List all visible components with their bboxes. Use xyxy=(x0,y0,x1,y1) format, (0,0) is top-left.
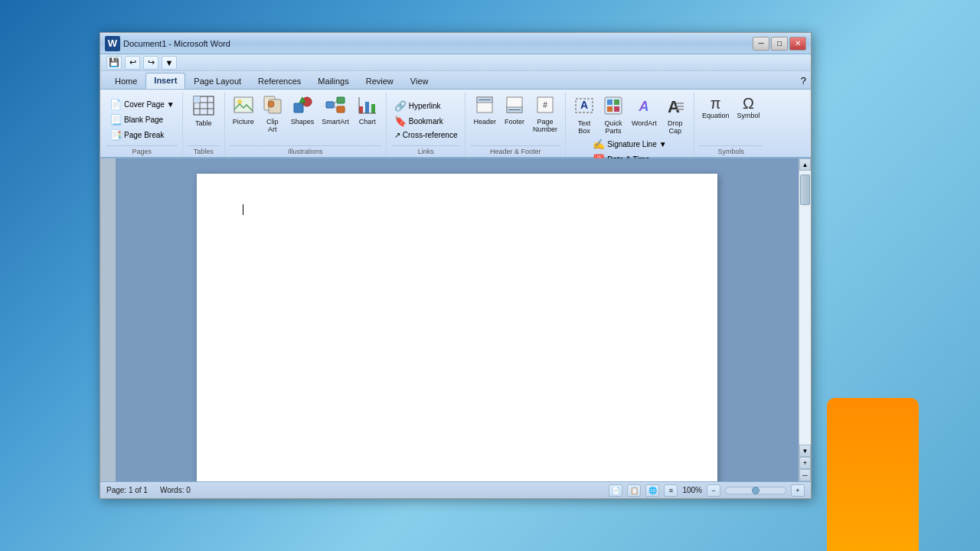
cross-reference-button[interactable]: ↗ Cross-reference xyxy=(391,129,461,141)
ribbon-group-tables: Table Tables xyxy=(183,93,225,157)
cover-page-arrow: ▼ xyxy=(167,100,175,109)
save-button[interactable]: 💾 xyxy=(106,56,122,70)
hyperlink-label: Hyperlink xyxy=(409,102,441,110)
customize-qa-button[interactable]: ▼ xyxy=(162,56,177,70)
tab-review[interactable]: Review xyxy=(358,73,402,89)
scroll-track[interactable] xyxy=(799,171,811,445)
text-box-label2: Box xyxy=(578,128,590,135)
redo-button[interactable]: ↪ xyxy=(143,56,158,70)
svg-rect-20 xyxy=(365,102,369,113)
tab-page-layout[interactable]: Page Layout xyxy=(185,73,250,89)
blank-page-button[interactable]: 📃 Blank Page xyxy=(106,112,178,127)
maximize-button[interactable]: □ xyxy=(771,37,788,51)
links-items: 🔗 Hyperlink 🔖 Bookmark ↗ Cross-reference xyxy=(391,94,461,145)
symbol-icon: Ω xyxy=(743,96,754,111)
header-button[interactable]: Header xyxy=(470,94,499,128)
minimize-button[interactable]: ─ xyxy=(753,37,769,51)
zoom-in-small[interactable]: + xyxy=(799,457,811,469)
svg-rect-16 xyxy=(337,106,345,112)
word-art-button[interactable]: A WordArt xyxy=(629,94,660,129)
hf-group-label: Header & Footer xyxy=(470,145,560,155)
zoom-out-small[interactable]: ─ xyxy=(799,469,811,481)
window-controls: ─ □ ✕ xyxy=(753,37,806,51)
page-break-label: Page Break xyxy=(124,131,164,139)
view-fullscreen-button[interactable]: 📋 xyxy=(627,484,641,497)
scroll-thumb[interactable] xyxy=(800,174,810,205)
quick-parts-button[interactable]: Quick Parts xyxy=(599,94,627,137)
clip-art-icon xyxy=(263,96,283,117)
clip-art-button[interactable]: Clip Art xyxy=(259,94,286,135)
decorative-shape xyxy=(827,398,919,551)
equation-button[interactable]: π Equation xyxy=(699,94,733,122)
page-number-label2: Number xyxy=(533,126,557,134)
title-bar: W Document1 - Microsoft Word ─ □ ✕ xyxy=(100,33,811,54)
chart-button[interactable]: Chart xyxy=(354,94,381,128)
undo-button[interactable]: ↩ xyxy=(125,56,140,70)
drop-cap-button[interactable]: A Drop Cap xyxy=(662,94,689,137)
title-bar-left: W Document1 - Microsoft Word xyxy=(105,36,230,51)
picture-button[interactable]: Picture xyxy=(230,94,257,128)
illustrations-group-label: Illustrations xyxy=(230,145,381,155)
tab-mailings[interactable]: Mailings xyxy=(309,73,357,89)
svg-rect-19 xyxy=(359,106,363,113)
page-break-button[interactable]: 📑 Page Break xyxy=(106,128,178,142)
picture-icon xyxy=(234,96,253,117)
hyperlink-icon: 🔗 xyxy=(394,100,407,112)
view-print-button[interactable]: 📄 xyxy=(609,484,622,497)
links-group-label: Links xyxy=(391,145,461,155)
close-button[interactable]: ✕ xyxy=(789,37,806,51)
scroll-up-button[interactable]: ▲ xyxy=(799,158,811,171)
ribbon-group-pages: 📄 Cover Page ▼ 📃 Blank Page 📑 Page Break… xyxy=(102,93,183,157)
signature-line-button[interactable]: ✍ Signature Line ▼ xyxy=(590,137,669,152)
header-label: Header xyxy=(473,119,496,126)
page-number-button[interactable]: # Page Number xyxy=(530,94,560,135)
svg-rect-37 xyxy=(607,106,612,112)
ribbon: 📄 Cover Page ▼ 📃 Blank Page 📑 Page Break… xyxy=(100,90,811,158)
tab-references[interactable]: References xyxy=(250,73,309,89)
svg-rect-14 xyxy=(326,102,334,108)
chart-icon xyxy=(358,96,377,117)
view-outline-button[interactable]: ≡ xyxy=(664,484,678,497)
smart-art-button[interactable]: SmartArt xyxy=(318,94,352,128)
ribbon-group-symbols: π Equation Ω Symbol Symbols xyxy=(694,93,768,157)
zoom-slider[interactable] xyxy=(725,487,786,494)
tab-home[interactable]: Home xyxy=(106,73,145,89)
svg-rect-36 xyxy=(614,99,619,105)
svg-rect-21 xyxy=(371,104,375,113)
help-button[interactable]: ? xyxy=(796,73,811,89)
table-button[interactable]: Table xyxy=(190,94,217,129)
equation-icon: π xyxy=(710,96,721,111)
symbol-button[interactable]: Ω Symbol xyxy=(733,94,763,122)
zoom-in-button[interactable]: + xyxy=(791,484,805,497)
page-number-icon: # xyxy=(536,96,554,117)
svg-text:#: # xyxy=(543,101,547,109)
shapes-button[interactable]: Shapes xyxy=(288,94,318,128)
pages-group-label: Pages xyxy=(106,145,178,155)
view-web-button[interactable]: 🌐 xyxy=(645,484,659,497)
bookmark-button[interactable]: 🔖 Bookmark xyxy=(391,114,461,129)
signature-icon: ✍ xyxy=(593,139,605,150)
sig-arrow: ▼ xyxy=(659,140,667,148)
footer-icon xyxy=(505,96,524,117)
quick-parts-label2: Parts xyxy=(606,128,622,135)
cover-page-button[interactable]: 📄 Cover Page ▼ xyxy=(106,97,178,112)
footer-button[interactable]: Footer xyxy=(501,94,528,128)
table-label: Table xyxy=(195,120,212,128)
cover-page-icon: 📄 xyxy=(109,99,122,110)
hyperlink-button[interactable]: 🔗 Hyperlink xyxy=(391,99,461,113)
zoom-thumb[interactable] xyxy=(752,487,760,494)
document-page[interactable] xyxy=(197,174,717,481)
symbols-group-label: Symbols xyxy=(699,145,763,155)
scroll-down-button[interactable]: ▼ xyxy=(799,445,811,457)
tab-view[interactable]: View xyxy=(402,73,437,89)
cross-ref-icon: ↗ xyxy=(394,131,400,139)
symbols-items: π Equation Ω Symbol xyxy=(699,94,763,145)
document-main[interactable] xyxy=(116,158,799,481)
text-box-button[interactable]: A Text Box xyxy=(570,94,598,137)
quick-parts-icon xyxy=(603,96,623,119)
page-count: Page: 1 of 1 xyxy=(106,486,148,494)
word-count: Words: 0 xyxy=(160,486,191,494)
tab-insert[interactable]: Insert xyxy=(145,73,185,89)
zoom-out-button[interactable]: − xyxy=(707,484,720,497)
bookmark-label: Bookmark xyxy=(409,117,443,126)
